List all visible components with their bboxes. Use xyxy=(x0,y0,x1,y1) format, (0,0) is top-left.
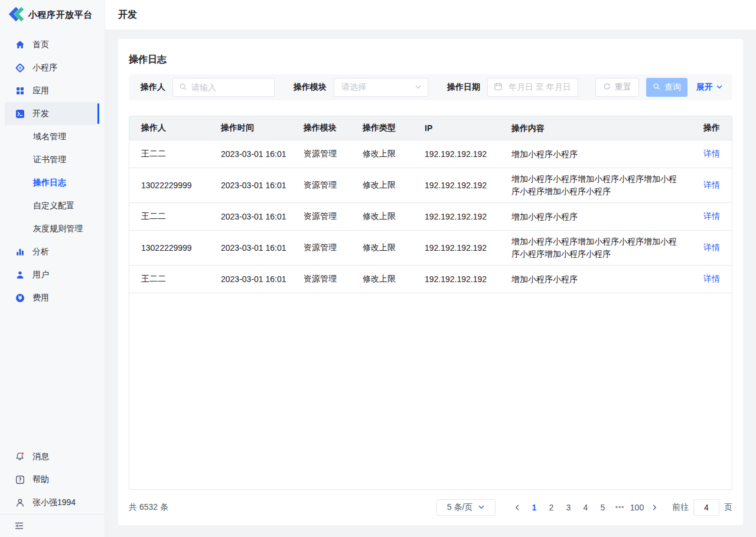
column-header-type: 操作类型 xyxy=(351,123,413,133)
help-icon: ? xyxy=(15,475,25,484)
cell-content: 增加小程序小程序 xyxy=(500,148,692,161)
sidebar-item-home[interactable]: 首页 xyxy=(5,33,99,56)
detail-link[interactable]: 详情 xyxy=(703,274,720,283)
expand-filters-link[interactable]: 展开 xyxy=(696,82,723,93)
cell-operator: 13022229999 xyxy=(129,243,209,253)
page-number-last[interactable]: 100 xyxy=(628,499,646,516)
cell-time: 2023-03-01 16:01 xyxy=(209,212,292,221)
page-number[interactable]: 1 xyxy=(526,499,543,516)
cell-ip: 192.192.192.192 xyxy=(413,243,500,253)
table-row: 王二二 2023-03-01 16:01 资源管理 修改上限 192.192.1… xyxy=(129,266,732,293)
detail-link[interactable]: 详情 xyxy=(703,211,720,221)
sidebar-item-help[interactable]: ? 帮助 xyxy=(5,468,99,491)
brand-logo-icon xyxy=(8,7,24,23)
expand-link-label: 展开 xyxy=(696,82,713,93)
cell-content: 增加小程序小程序增加小程序小程序增加小程序小程序增加小程序小程序 xyxy=(500,173,692,198)
users-icon xyxy=(15,270,25,280)
table-row: 13022229999 2023-03-01 16:01 资源管理 修改上限 1… xyxy=(129,168,732,203)
sidebar-footer xyxy=(0,514,105,537)
chevron-down-icon xyxy=(415,83,422,92)
sidebar-subitem-certificate-management[interactable]: 证书管理 xyxy=(5,148,99,171)
search-icon xyxy=(653,83,660,92)
sidebar-item-analysis[interactable]: 分析 xyxy=(5,240,99,263)
sidebar-item-users[interactable]: 用户 xyxy=(5,263,99,286)
cell-module: 资源管理 xyxy=(292,180,351,191)
brand-name: 小程序开放平台 xyxy=(28,9,93,21)
cell-ip: 192.192.192.192 xyxy=(413,212,500,221)
next-page-icon[interactable] xyxy=(646,499,663,516)
sidebar-item-label: 开发 xyxy=(32,109,49,119)
sidebar-item-apps[interactable]: 应用 xyxy=(5,79,99,102)
cell-time: 2023-03-01 16:01 xyxy=(209,181,292,190)
sidebar-menu: 首页 小程序 xyxy=(0,30,105,309)
goto-page-input[interactable] xyxy=(693,499,719,516)
cell-ip: 192.192.192.192 xyxy=(413,181,500,190)
sidebar-item-account[interactable]: 张小强1994 xyxy=(5,491,99,514)
cell-content: 增加小程序小程序增加小程序小程序增加小程序小程序增加小程序小程序 xyxy=(500,235,692,260)
sidebar: 小程序开放平台 首页 小程序 xyxy=(0,0,105,537)
content-area: 操作日志 操作人 操作模块 请选择 操作日期 xyxy=(105,30,756,537)
query-button[interactable]: 查询 xyxy=(646,78,687,97)
apps-icon xyxy=(15,86,25,96)
cell-time: 2023-03-01 16:01 xyxy=(209,149,292,159)
table-row: 王二二 2023-03-01 16:01 资源管理 修改上限 192.192.1… xyxy=(129,140,732,168)
column-header-time: 操作时间 xyxy=(209,123,292,133)
svg-text:?: ? xyxy=(19,477,22,483)
billing-icon: ¥ xyxy=(15,293,25,303)
operation-log-table: 操作人 操作时间 操作模块 操作类型 IP 操作内容 操作 王二二 2023-0… xyxy=(129,116,732,490)
goto-page: 前往 页 xyxy=(672,499,732,516)
column-header-content: 操作内容 xyxy=(500,122,692,135)
chevron-down-icon xyxy=(478,503,485,512)
bell-icon xyxy=(15,452,25,461)
sidebar-item-label: 费用 xyxy=(32,293,49,303)
operator-search-input[interactable] xyxy=(172,78,275,97)
page-number[interactable]: 3 xyxy=(560,499,577,516)
page-size-select[interactable]: 5 条/页 xyxy=(436,499,496,516)
cell-operator: 王二二 xyxy=(129,274,209,284)
sidebar-item-label: 张小强1994 xyxy=(32,497,76,508)
cell-type: 修改上限 xyxy=(351,243,413,253)
pagination-controls: 5 条/页 1 2 3 4 5 ••• xyxy=(436,499,732,516)
detail-link[interactable]: 详情 xyxy=(703,180,720,189)
cell-module: 资源管理 xyxy=(292,211,351,222)
table-header-row: 操作人 操作时间 操作模块 操作类型 IP 操作内容 操作 xyxy=(129,116,732,140)
prev-page-icon[interactable] xyxy=(509,499,526,516)
operator-input-field[interactable] xyxy=(191,83,268,92)
sidebar-subitem-operation-log[interactable]: 操作日志 xyxy=(5,171,99,194)
detail-link[interactable]: 详情 xyxy=(703,149,720,158)
page-ellipsis[interactable]: ••• xyxy=(611,499,628,516)
table-row: 王二二 2023-03-01 16:01 资源管理 修改上限 192.192.1… xyxy=(129,203,732,231)
date-range-picker[interactable]: 年月日 至 年月日 xyxy=(487,78,578,97)
date-range-placeholder: 年月日 至 年月日 xyxy=(509,82,571,93)
sidebar-item-billing[interactable]: ¥ 费用 xyxy=(5,286,99,309)
reset-button[interactable]: 重置 xyxy=(595,78,639,97)
collapse-sidebar-icon[interactable] xyxy=(14,521,24,531)
sidebar-item-label: 帮助 xyxy=(32,474,49,485)
column-header-operator: 操作人 xyxy=(129,123,209,133)
sidebar-subitem-gray-rules[interactable]: 灰度规则管理 xyxy=(5,217,99,240)
brand[interactable]: 小程序开放平台 xyxy=(0,0,105,30)
page-number[interactable]: 2 xyxy=(543,499,560,516)
page-size-value: 5 条/页 xyxy=(447,502,473,513)
module-select-placeholder: 请选择 xyxy=(341,82,366,93)
svg-text:¥: ¥ xyxy=(18,295,22,301)
sidebar-item-messages[interactable]: 消息 xyxy=(5,445,99,468)
page-number[interactable]: 5 xyxy=(594,499,611,516)
filter-bar: 操作人 操作模块 请选择 操作日期 xyxy=(129,74,732,100)
cell-ip: 192.192.192.192 xyxy=(413,274,500,284)
cell-module: 资源管理 xyxy=(292,149,351,159)
cell-type: 修改上限 xyxy=(351,274,413,284)
column-header-action: 操作 xyxy=(692,123,732,133)
sidebar-item-miniprogram[interactable]: 小程序 xyxy=(5,56,99,79)
cell-time: 2023-03-01 16:01 xyxy=(209,274,292,284)
module-select[interactable]: 请选择 xyxy=(334,78,428,97)
sidebar-item-dev[interactable]: 开发 xyxy=(5,102,99,125)
sidebar-item-label: 消息 xyxy=(32,451,49,462)
sidebar-subitem-custom-config[interactable]: 自定义配置 xyxy=(5,194,99,217)
date-filter-label: 操作日期 xyxy=(447,82,480,93)
detail-link[interactable]: 详情 xyxy=(703,243,720,252)
sidebar-subitem-domain-management[interactable]: 域名管理 xyxy=(5,125,99,148)
cell-module: 资源管理 xyxy=(292,274,351,284)
page-number[interactable]: 4 xyxy=(577,499,594,516)
cell-type: 修改上限 xyxy=(351,211,413,222)
